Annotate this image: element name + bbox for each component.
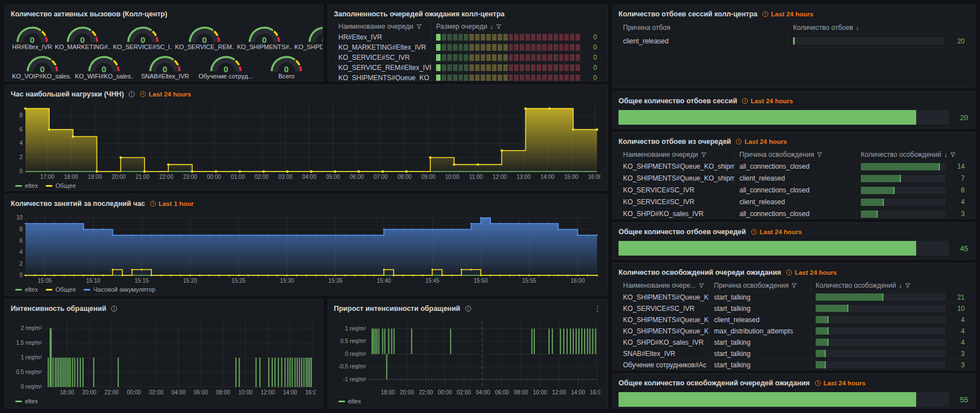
panel-title[interactable]: Количество освобождений очереди ожидания: [619, 269, 781, 276]
panel-session-drops: Количество отбоев сессий колл-центра Las…: [612, 5, 975, 88]
queue-name-cell: KO_SHIPMENTS#Queue_KO_shipments: [619, 173, 734, 184]
filter-icon[interactable]: [416, 24, 422, 29]
legend-item[interactable]: eltex: [15, 286, 38, 293]
lcd-segment: [459, 34, 463, 41]
legend-item[interactable]: eltex: [338, 398, 361, 405]
axis-label: 8: [19, 226, 23, 232]
axis-label: 04:00: [476, 389, 490, 396]
lcd-segment: [436, 74, 441, 81]
lcd-segment: [537, 64, 541, 71]
release-reason-cell: max_distribution_attempts: [709, 326, 811, 336]
legend-item[interactable]: eltex: [15, 182, 38, 189]
panel-title[interactable]: Заполненность очередей ожидания колл-цен…: [334, 10, 504, 18]
time-range-badge[interactable]: Last 24 hours: [786, 269, 837, 276]
info-icon[interactable]: [128, 91, 135, 98]
column-header[interactable]: Причина освобождения: [734, 148, 856, 160]
filter-icon[interactable]: [817, 152, 822, 157]
gauge-label: KO_SHIPMENTS#...: [237, 43, 291, 50]
lcd-segment: [498, 54, 502, 61]
gauge-arc: 0: [204, 50, 247, 74]
panel-title[interactable]: Общее количество отбоев очередей: [619, 228, 746, 236]
axis-label: 2 req/m²: [21, 325, 42, 331]
table-row: HR#Eltex_IVR0: [334, 32, 602, 42]
axis-label: 12:00: [552, 389, 566, 396]
bar: [388, 329, 389, 354]
filter-icon[interactable]: [905, 283, 911, 288]
sort-desc-icon[interactable]: ↓: [490, 23, 494, 30]
panel-title[interactable]: Количество отбоев сессий колл-центра: [619, 10, 757, 18]
queue-name-cell: HR#Eltex_IVR: [334, 32, 431, 42]
queue-size-bar-cell: [431, 63, 585, 72]
column-header[interactable]: Наименование очере...: [619, 279, 709, 291]
data-point: [354, 274, 356, 276]
info-icon[interactable]: [111, 305, 117, 312]
data-point: [373, 274, 375, 276]
legend-item[interactable]: Часовой аккумулятор: [84, 286, 155, 293]
time-range-badge[interactable]: Last 24 hours: [751, 229, 802, 235]
bar-fill: [861, 187, 895, 194]
sort-desc-icon[interactable]: ↓: [944, 151, 947, 158]
filter-icon[interactable]: [701, 152, 707, 157]
bar: [592, 329, 593, 354]
panel-title[interactable]: Общее количество освобождений очередей о…: [619, 379, 810, 387]
time-range-badge[interactable]: Last 24 hours: [742, 98, 793, 104]
data-point: [199, 274, 201, 276]
filter-icon[interactable]: [496, 24, 502, 29]
intensity-chart[interactable]: 18:0020:0022:0000:0002:0004:0006:0008:00…: [11, 315, 316, 397]
panel-menu-icon[interactable]: ⋮: [594, 306, 602, 311]
panel-title[interactable]: Час наибольшей нагрузки (ЧНН): [11, 90, 124, 98]
last-hour-chart[interactable]: 15:0515:1015:1515:2015:2515:3015:3515:40…: [11, 210, 600, 285]
lcd-segment: [525, 34, 530, 41]
filter-icon[interactable]: [791, 283, 797, 288]
panel-title[interactable]: Прирост интенсивности обращений: [334, 305, 460, 313]
time-range-badge[interactable]: Last 24 hours: [735, 138, 787, 145]
gauge: 0HR#Eltex_IVR: [11, 21, 54, 50]
data-point: [315, 274, 317, 276]
time-range-badge[interactable]: Last 1 hour: [150, 200, 194, 207]
legend-item[interactable]: Общее: [46, 182, 76, 189]
bar: [382, 329, 383, 354]
data-point: [490, 223, 491, 225]
axis-label: 12:00: [260, 389, 275, 396]
time-range-badge[interactable]: Last 24 hours: [815, 380, 866, 386]
lcd-segment: [514, 44, 519, 51]
column-header[interactable]: Размер очереди↓: [431, 21, 602, 32]
time-range-badge[interactable]: Last 24 hours: [762, 11, 813, 17]
lcd-segment: [559, 54, 564, 61]
bar: [68, 358, 69, 387]
gauge-arc: 0: [183, 21, 226, 45]
panel-title[interactable]: Количество активных вызовов (Колл-центр): [11, 10, 167, 18]
column-header[interactable]: Причина освобождения: [709, 279, 811, 291]
filter-icon[interactable]: [950, 152, 956, 157]
table-row: KO_SHIPMENTS#Queue_KO_shipmentsclient_re…: [619, 173, 969, 184]
column-header[interactable]: Причина отбоя: [619, 21, 788, 34]
column-header[interactable]: Количество отбоев↓: [788, 21, 969, 34]
release-reason-cell: start_talking: [709, 292, 811, 302]
gauge-arc: 0: [243, 21, 286, 45]
panel-title[interactable]: Количество отбоев из очередей: [619, 138, 731, 146]
column-header[interactable]: Наименование очереди: [334, 21, 431, 32]
count-value: 4: [950, 337, 969, 348]
panel-title[interactable]: Интенсивность обращений: [11, 305, 106, 313]
chnn-chart[interactable]: 17:0018:0019:0020:0021:0022:0023:0000:00…: [11, 101, 600, 181]
data-point: [406, 170, 408, 173]
column-header[interactable]: Количество особождений↓: [811, 279, 969, 291]
data-point: [557, 229, 559, 230]
queue-name-cell: KO_SERVICE#SC_IVR: [619, 184, 734, 196]
sort-desc-icon[interactable]: ↓: [899, 282, 902, 289]
legend-item[interactable]: eltex: [15, 398, 38, 405]
column-header[interactable]: Количество особождений↓: [856, 148, 969, 160]
filter-icon[interactable]: [699, 283, 704, 288]
data-point: [471, 223, 472, 225]
info-icon[interactable]: [465, 305, 472, 312]
panel-title[interactable]: Количество занятий за последний час: [11, 200, 145, 208]
panel-title[interactable]: Общее количество отбоев сессий: [619, 97, 737, 105]
growth-chart[interactable]: 18:0020:0022:0000:0002:0004:0006:0008:00…: [334, 315, 600, 397]
time-range-badge[interactable]: Last 24 hours: [140, 91, 191, 98]
sort-desc-icon[interactable]: ↓: [856, 24, 859, 31]
lcd-segment: [570, 44, 574, 51]
column-header-label: Наименование очере...: [623, 282, 696, 289]
legend-item[interactable]: Общее: [46, 286, 76, 293]
column-header[interactable]: Наименование очереди: [619, 148, 734, 160]
axis-label: 15:55: [522, 278, 536, 284]
